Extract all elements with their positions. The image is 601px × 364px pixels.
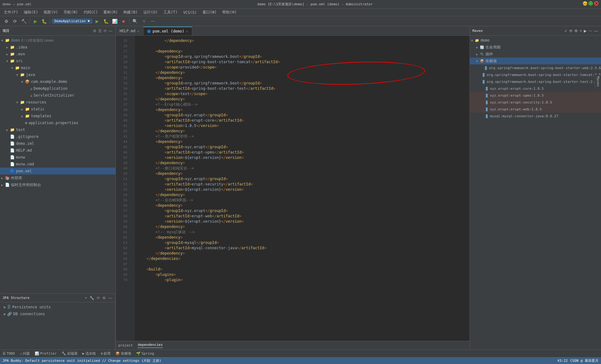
code-line-54: </dependency> [137, 192, 470, 198]
tree-item-main[interactable]: ▼ 📁 main [0, 64, 116, 71]
tree-item-templates[interactable]: ▶ 📁 templates [0, 113, 116, 119]
menu-build[interactable]: 构建(B) [121, 9, 140, 16]
maven-item-demo[interactable]: ▼ 📁 demo [470, 37, 601, 44]
jpa-item-persistence[interactable]: ▶ 🗄 Persistence units [3, 304, 113, 311]
close-help-tab[interactable]: ✕ [137, 29, 139, 33]
code-content[interactable]: </dependency> <dependency> <groupId>org.… [135, 36, 470, 341]
stop-btn[interactable]: ■ [120, 18, 127, 25]
jpa-wrench-btn[interactable]: 🔧 [89, 295, 95, 301]
close-button[interactable]: ✕ [594, 1, 598, 6]
maven-dep-test[interactable]: ▐▌ org.springframework.boot:spring-boot-… [470, 78, 601, 85]
menu-refactor[interactable]: 重构(R) [101, 9, 120, 16]
jpa-collapse-btn[interactable]: — [108, 295, 113, 301]
tree-item-scratch[interactable]: ▶ 📄 临时文件和控制台 [0, 181, 116, 188]
git-btn[interactable]: ⑂ [140, 18, 148, 25]
jpa-add-btn[interactable]: + [84, 295, 88, 301]
problems-btn[interactable]: ⚠ 问题 [19, 351, 31, 356]
settings-toolbar-btn[interactable]: ⚙ [3, 18, 10, 25]
code-line-58: <artifactId>erupt-web</artifactId> [137, 214, 470, 219]
tree-item-gitignore[interactable]: 📄 .gitignore [0, 133, 116, 140]
maven-add-btn[interactable]: + [579, 28, 583, 34]
ln-66: 66 [116, 256, 127, 261]
maven-dep-mysql[interactable]: ▐▌ mysql:mysql-connector-java:8.0.27 [470, 113, 601, 119]
tree-item-resources[interactable]: ▼ 📁 resources [0, 99, 116, 106]
menu-edit[interactable]: 编辑(E) [21, 9, 41, 16]
close-pom-tab[interactable]: ✕ [186, 30, 188, 33]
tree-item-help[interactable]: 📄 HELP.md [0, 147, 116, 154]
run-toolbar-btn[interactable]: ▶ [32, 18, 39, 25]
collapse-icon[interactable]: — [108, 28, 113, 34]
debug-green-btn[interactable]: 🐛 [102, 18, 110, 25]
todo-btn[interactable]: ☰ TODO [1, 351, 16, 356]
spring-btn[interactable]: 🌱 Spring [135, 351, 155, 356]
menu-view[interactable]: 视图(V) [41, 9, 60, 16]
tree-item-java[interactable]: ▼ 📁 java [0, 71, 116, 78]
menu-code[interactable]: 代码(C) [81, 9, 100, 16]
run-green-btn[interactable]: ▶ [94, 18, 101, 25]
maven-dep-tomcat[interactable]: ▐▌ org.springframework.boot:spring-boot-… [470, 71, 601, 78]
maven-collapse-btn[interactable]: — [593, 28, 598, 34]
tree-item-demo-app[interactable]: ☕ DemoApplication [0, 85, 116, 92]
backend-btn[interactable]: 🔧 后端调 [60, 351, 79, 356]
tree-item-servlet[interactable]: ☕ ServletInitializer [0, 92, 116, 99]
maven-side-tab[interactable]: Maven [595, 75, 601, 88]
tree-item-mvnw-cmd[interactable]: 📄 mvnw.cmd [0, 161, 116, 168]
tree-item-pom[interactable]: 🔵 pom.xml [0, 168, 116, 174]
minimize-button[interactable]: — [583, 1, 587, 6]
maven-dep-erupt-web[interactable]: ▐▌ xyz.erupt:erupt-web:1.8.5 [470, 106, 601, 113]
maximize-button[interactable]: □ [588, 1, 593, 6]
maven-more-btn[interactable]: ⋯ [588, 28, 593, 34]
maven-run-btn[interactable]: ▶ [583, 28, 587, 34]
jpa-refresh-btn[interactable]: ⟳ [96, 295, 100, 301]
maven-item-lifecycle[interactable]: ▶ 🔄 生命周期 [470, 44, 601, 51]
tree-item-package[interactable]: ▼ 📦 com.example.demo [0, 78, 116, 85]
tree-item-props[interactable]: ⚙ application.properties [0, 119, 116, 126]
maven-dep-erupt-core[interactable]: ▐▌ xyz.erupt:erupt-core:1.8.5 [470, 85, 601, 92]
sync-icon[interactable]: ⟳ [103, 28, 107, 34]
gear-icon[interactable]: ⚙ [92, 28, 97, 34]
tree-item-demo[interactable]: ▼ 📁 demo E:\1开发项目\demo [0, 37, 116, 44]
tab-help-md[interactable]: HELP.md ✕ [116, 27, 143, 35]
layout-icon[interactable]: ☰ [98, 28, 102, 34]
process-btn[interactable]: ⚙ 处理 [100, 351, 112, 356]
tree-item-iml[interactable]: 📄 demo.iml [0, 140, 116, 147]
tree-item-test[interactable]: ▶ 📁 test [0, 126, 116, 133]
menu-window[interactable]: 窗口(W) [200, 9, 219, 16]
run-config-selector[interactable]: DemoApplication ▼ [52, 18, 92, 24]
deps-btn[interactable]: 📦 依赖项 [114, 351, 132, 356]
menu-tools[interactable]: 工具(T) [161, 9, 180, 16]
build-toolbar-btn[interactable]: 🔨 [20, 18, 28, 25]
arrow-package: ▼ [21, 80, 24, 83]
tree-item-static[interactable]: ▶ 📁 static [0, 106, 116, 113]
jpa-gear-btn[interactable]: ⚙ [102, 295, 106, 301]
jpa-item-db[interactable]: ▶ 🔗 DB connections [3, 311, 113, 317]
search-btn[interactable]: 🔍 [131, 18, 139, 25]
tree-item-external[interactable]: ▶ 📚 外部库 [0, 174, 116, 181]
tree-item-idea[interactable]: ▶ 📁 .idea [0, 44, 116, 51]
tree-item-mvnw[interactable]: 📄 mvnw [0, 154, 116, 161]
maven-refresh-btn[interactable]: ⟳ [569, 28, 573, 34]
maven-check-btn[interactable]: ✓ [564, 28, 568, 34]
menu-vcs[interactable]: VCS(S) [181, 10, 199, 15]
menu-run[interactable]: 运行(U) [141, 9, 160, 16]
tab-pom-xml[interactable]: 🔵 pom.xml (demo) ✕ [143, 27, 192, 35]
debug-toolbar-btn[interactable]: 🐛 [40, 18, 48, 25]
profile-btn[interactable]: 📊 [111, 18, 119, 25]
sync-toolbar-btn[interactable]: ⟳ [11, 18, 19, 25]
pipeline-btn[interactable]: ▶ 流水线 [81, 351, 97, 356]
menu-help[interactable]: 帮助(H) [220, 9, 239, 16]
maven-settings-btn[interactable]: ⚙ [574, 28, 578, 34]
maven-item-plugins[interactable]: ▶ 🔌 插件 [470, 51, 601, 58]
tree-item-src[interactable]: ▼ 📁 src [0, 58, 116, 64]
maven-dep-spring-web[interactable]: ▐▌ org.springframework.boot:spring-boot-… [470, 64, 601, 71]
more-btn[interactable]: ⋯ [149, 18, 157, 25]
tree-item-mvn[interactable]: ▶ 📁 .mvn [0, 51, 116, 58]
menu-nav[interactable]: 导航(N) [61, 9, 80, 16]
maven-item-deps[interactable]: ▼ 📦 依赖项 [470, 58, 601, 64]
tab-dependencies[interactable]: dependencies [138, 343, 162, 348]
profiler-btn[interactable]: 📊 Profiler [33, 351, 58, 356]
maven-dep-erupt-upms[interactable]: ▐▌ xyz.erupt:erupt-upms:1.8.5 [470, 92, 601, 99]
tab-project[interactable]: project [118, 343, 133, 347]
maven-dep-erupt-security[interactable]: ▐▌ xyz.erupt:erupt-security:1.8.5 [470, 99, 601, 106]
menu-file[interactable]: 文件(F) [1, 9, 21, 16]
